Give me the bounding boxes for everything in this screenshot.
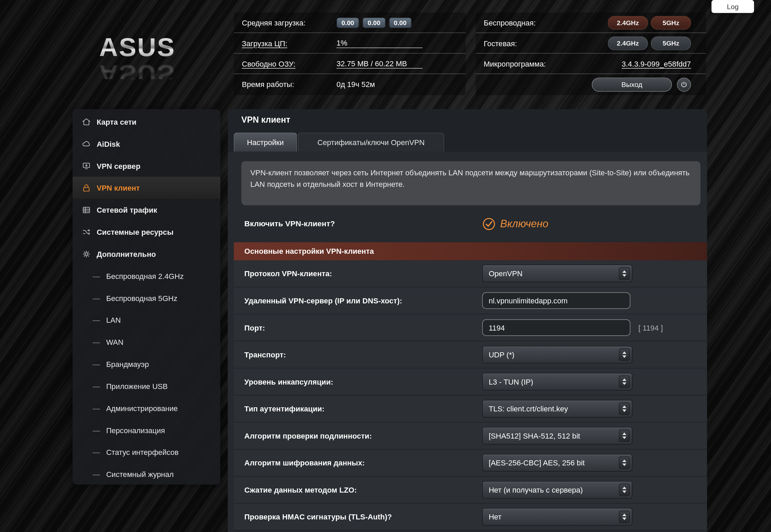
field-label: Порт: xyxy=(234,323,482,332)
sidebar-item-system-resources[interactable]: Системные ресурсы xyxy=(73,221,221,243)
sidebar-subitem-interface-status[interactable]: — Статус интерфейсов xyxy=(73,441,221,463)
subitem-bullet: — xyxy=(93,338,100,346)
sidebar-subitem-label: Статус интерфейсов xyxy=(106,448,178,456)
sidebar-subitem-wan[interactable]: — WAN xyxy=(73,331,221,353)
subitem-bullet: — xyxy=(93,448,100,456)
sidebar-item-advanced[interactable]: Дополнительно xyxy=(73,243,221,265)
select-arrows-icon xyxy=(619,403,630,415)
log-button[interactable]: Log xyxy=(712,0,754,13)
auth-type-select[interactable]: TLS: client.crt/client.key xyxy=(482,400,632,418)
page-root: Log ASUS ASUS Средняя загрузка: 0.00 0.0… xyxy=(0,0,771,532)
sidebar-item-label: VPN клиент xyxy=(97,183,140,192)
field-label: Протокол VPN-клиента: xyxy=(234,269,482,278)
subitem-bullet: — xyxy=(93,404,100,412)
select-arrows-icon xyxy=(619,511,630,523)
guest-5ghz-button[interactable]: 5GHz xyxy=(651,36,691,50)
cpu-load-row: Загрузка ЦП: 1% xyxy=(234,33,466,53)
tab-settings[interactable]: Настройки xyxy=(234,132,297,152)
main-panel: VPN клиент Настройки Сертификаты/ключи O… xyxy=(228,109,707,532)
section-header-basic-settings: Основные настройки VPN-клиента xyxy=(234,242,707,260)
sidebar-subitem-administration[interactable]: — Администрирование xyxy=(73,397,221,419)
tls-auth-select[interactable]: Нет xyxy=(482,508,632,526)
sidebar-subitem-label: Беспроводная 5GHz xyxy=(106,294,177,302)
asus-logo-reflection: ASUS xyxy=(99,61,204,79)
transport-select[interactable]: UDP (*) xyxy=(482,346,632,363)
sidebar-item-network-traffic[interactable]: Сетевой трафик xyxy=(73,199,221,221)
traffic-table-icon xyxy=(81,205,91,215)
sidebar-subitem-wireless-5[interactable]: — Беспроводная 5GHz xyxy=(73,287,221,309)
encapsulation-select[interactable]: L3 - TUN (IP) xyxy=(482,373,632,391)
vpn-server-icon xyxy=(81,161,91,171)
power-icon xyxy=(680,80,688,88)
cpu-load-value[interactable]: 1% xyxy=(336,38,422,48)
row-auth-type: Тип аутентификации: TLS: client.crt/clie… xyxy=(234,395,707,423)
field-label: Алгоритм проверки подлинности: xyxy=(234,431,482,440)
logout-button[interactable]: Выход xyxy=(592,77,672,91)
sidebar-item-vpn-server[interactable]: VPN сервер xyxy=(73,155,221,177)
sidebar-subitem-label: Администрирование xyxy=(106,404,178,412)
sidebar: Карта сети AiDisk VPN сервер VPN клиент … xyxy=(73,109,221,484)
enable-vpn-toggle[interactable]: Включено xyxy=(482,217,548,231)
row-port: Порт: [ 1194 ] xyxy=(234,314,707,341)
advanced-config-row: Расширенная конфигурация OpenVPN xyxy=(234,531,707,532)
sidebar-item-label: Системные ресурсы xyxy=(97,228,173,236)
wireless-5ghz-button[interactable]: 5GHz xyxy=(651,16,691,29)
guest-label: Гостевая: xyxy=(484,39,578,47)
lzo-select[interactable]: Нет (и получать с сервера) xyxy=(482,481,632,499)
tab-bar: Настройки Сертификаты/ключи OpenVPN xyxy=(234,132,444,152)
server-address-input[interactable] xyxy=(482,292,630,309)
sidebar-item-label: VPN сервер xyxy=(97,161,140,170)
subitem-bullet: — xyxy=(93,360,100,368)
field-label: Удаленный VPN-сервер (IP или DNS-хост): xyxy=(234,296,482,305)
free-ram-value[interactable]: 32.75 MB / 60.22 MB xyxy=(336,59,422,68)
field-label: Тип аутентификации: xyxy=(234,405,482,413)
load-average-badge: 0.00 xyxy=(336,17,359,28)
logout-row: Выход xyxy=(476,74,706,94)
lock-icon xyxy=(81,183,91,193)
auth-digest-select[interactable]: [SHA512] SHA-512, 512 bit xyxy=(482,427,632,445)
row-protocol: Протокол VPN-клиента: OpenVPN xyxy=(234,260,707,287)
reboot-button[interactable] xyxy=(677,77,691,91)
select-arrows-icon xyxy=(619,349,630,361)
port-input[interactable] xyxy=(482,319,630,336)
asus-logo: ASUS ASUS xyxy=(99,34,204,79)
sidebar-subitem-label: Системный журнал xyxy=(106,470,174,478)
enable-vpn-row: Включить VPN-клиент? Включено xyxy=(228,205,707,242)
sidebar-subitem-lan[interactable]: — LAN xyxy=(73,309,221,331)
free-ram-row: Свободно ОЗУ: 32.75 MB / 60.22 MB xyxy=(234,54,466,74)
sidebar-item-network-map[interactable]: Карта сети xyxy=(73,111,221,133)
tab-openvpn-certs[interactable]: Сертификаты/ключи OpenVPN xyxy=(298,132,444,152)
subitem-bullet: — xyxy=(93,382,100,390)
cpu-load-label[interactable]: Загрузка ЦП: xyxy=(242,39,336,47)
vpn-client-description: VPN-клиент позволяет через сеть Интернет… xyxy=(241,161,700,205)
field-label: Алгоритм шифрования данных: xyxy=(234,459,482,467)
field-label: Сжатие данных методом LZO: xyxy=(234,485,482,494)
protocol-select[interactable]: OpenVPN xyxy=(482,265,632,282)
select-arrows-icon xyxy=(619,375,630,388)
shuffle-arrows-icon xyxy=(81,227,91,236)
free-ram-label[interactable]: Свободно ОЗУ: xyxy=(242,59,336,68)
page-title: VPN клиент xyxy=(228,109,707,125)
sidebar-subitem-label: Беспроводная 2.4GHz xyxy=(106,271,183,280)
load-average-badge: 0.00 xyxy=(389,17,411,28)
subitem-bullet: — xyxy=(93,294,100,302)
sidebar-subitem-system-log[interactable]: — Системный журнал xyxy=(73,463,221,485)
firmware-version-link[interactable]: 3.4.3.9-099_e58fdd7 xyxy=(621,59,691,68)
subitem-bullet: — xyxy=(93,470,100,478)
sidebar-item-vpn-client[interactable]: VPN клиент xyxy=(73,177,221,199)
load-average-label: Средняя загрузка: xyxy=(242,18,336,27)
subitem-bullet: — xyxy=(93,316,100,324)
settings-table: Протокол VPN-клиента: OpenVPN Удаленный … xyxy=(234,260,707,531)
guest-24ghz-button[interactable]: 2.4GHz xyxy=(608,36,648,50)
field-label: Проверка HMAC сигнатуры (TLS-Auth)? xyxy=(234,513,482,521)
sidebar-subitem-wireless-24[interactable]: — Беспроводная 2.4GHz xyxy=(73,265,221,287)
sidebar-item-aidisk[interactable]: AiDisk xyxy=(73,132,221,155)
sidebar-subitem-firewall[interactable]: — Брандмауэр xyxy=(73,353,221,375)
wireless-24ghz-button[interactable]: 2.4GHz xyxy=(608,16,648,29)
sidebar-subitem-personalization[interactable]: — Персонализация xyxy=(73,419,221,441)
sidebar-subitem-usb-app[interactable]: — Приложение USB xyxy=(73,375,221,397)
select-arrows-icon xyxy=(619,267,630,280)
enable-vpn-label: Включить VPN-клиент? xyxy=(244,219,482,228)
sidebar-item-label: Карта сети xyxy=(97,118,136,126)
cipher-select[interactable]: [AES-256-CBC] AES, 256 bit xyxy=(482,454,632,472)
